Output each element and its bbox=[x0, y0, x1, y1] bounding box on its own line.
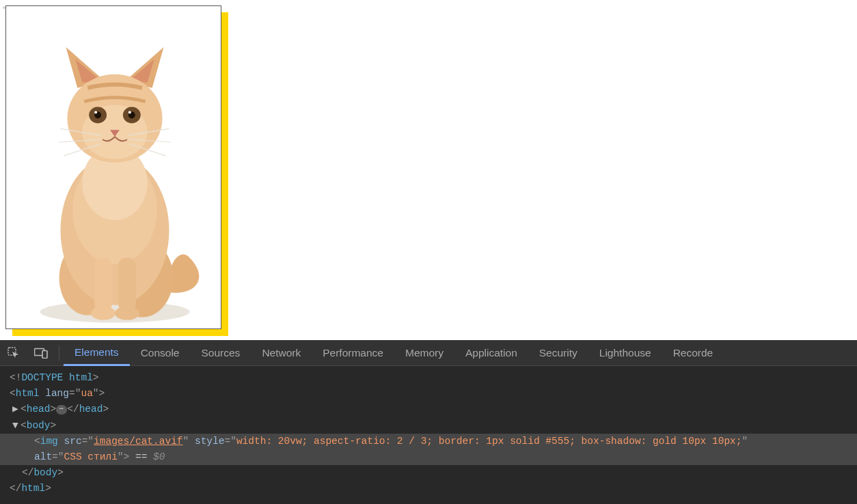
svg-rect-21 bbox=[42, 350, 47, 358]
tab-recorder[interactable]: Recorde bbox=[662, 340, 724, 366]
tab-lighthouse[interactable]: Lighthouse bbox=[588, 340, 662, 366]
tab-network[interactable]: Network bbox=[251, 340, 312, 366]
tab-application[interactable]: Application bbox=[454, 340, 528, 366]
svg-point-8 bbox=[91, 307, 115, 320]
dom-html-close[interactable]: </html> bbox=[10, 481, 857, 496]
dom-body-open[interactable]: ▼<body> bbox=[10, 418, 857, 434]
tab-performance[interactable]: Performance bbox=[312, 340, 394, 366]
expand-arrow-icon[interactable]: ▶ bbox=[12, 402, 21, 417]
dom-body-close[interactable]: </body> bbox=[10, 465, 857, 481]
tab-security[interactable]: Security bbox=[528, 340, 588, 366]
svg-rect-6 bbox=[94, 257, 112, 311]
tab-sources[interactable]: Sources bbox=[191, 340, 251, 366]
rendered-cat-image bbox=[5, 5, 221, 329]
device-toolbar-icon[interactable] bbox=[27, 340, 55, 366]
devtools-tabbar: Elements Console Sources Network Perform… bbox=[0, 340, 857, 366]
dom-head[interactable]: ▶<head>⋯</head> bbox=[10, 402, 857, 417]
svg-rect-7 bbox=[118, 257, 136, 311]
elements-dom-tree[interactable]: <!DOCTYPE html> <html lang="ua"> ▶<head>… bbox=[0, 366, 857, 504]
inspect-element-icon[interactable] bbox=[0, 340, 27, 366]
svg-point-17 bbox=[94, 111, 97, 114]
tab-memory[interactable]: Memory bbox=[394, 340, 454, 366]
svg-point-9 bbox=[115, 307, 139, 320]
tab-elements[interactable]: Elements bbox=[64, 340, 130, 366]
ellipsis-icon[interactable]: ⋯ bbox=[56, 405, 67, 415]
dom-html-open[interactable]: <html lang="ua"> bbox=[10, 386, 857, 402]
collapse-arrow-icon[interactable]: ▼ bbox=[12, 418, 21, 434]
page-viewport bbox=[0, 0, 857, 340]
tabbar-separator bbox=[59, 346, 59, 361]
svg-point-18 bbox=[128, 111, 131, 114]
dom-img-selected[interactable]: ••• <img src="images/cat.avif" style="wi… bbox=[0, 434, 857, 465]
tab-console[interactable]: Console bbox=[130, 340, 191, 366]
dom-doctype[interactable]: <!DOCTYPE html> bbox=[10, 370, 857, 386]
devtools-panel: Elements Console Sources Network Perform… bbox=[0, 340, 857, 504]
